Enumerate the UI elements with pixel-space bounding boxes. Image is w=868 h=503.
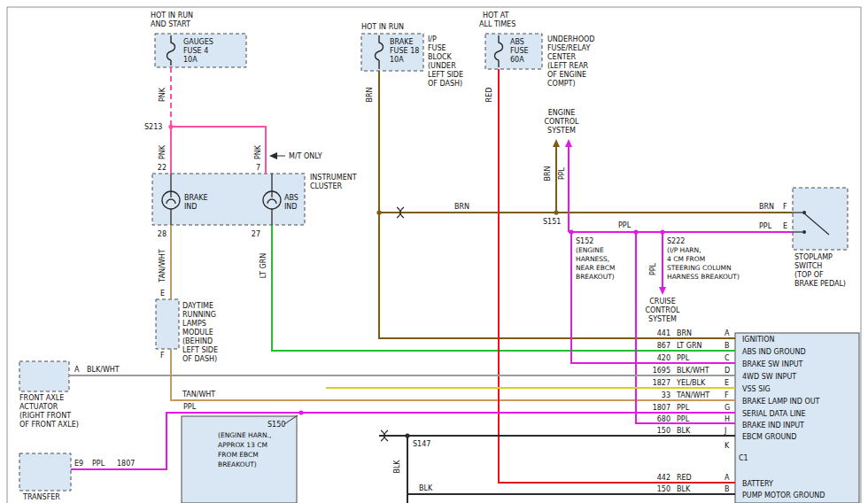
splice-note: (ENGINE HARN., — [218, 431, 271, 439]
terminal-letter: K — [725, 442, 730, 450]
wire-color-label: RED — [677, 474, 692, 482]
terminal-letter: F — [725, 391, 729, 399]
wire-color-label: BLK — [677, 485, 691, 493]
circuit-number: 441 — [657, 329, 670, 337]
splice-note: BREAKOUT) — [218, 460, 257, 468]
fuse-label: FUSE — [510, 47, 529, 55]
arrow-brn-engine-control — [553, 139, 560, 147]
splice-s151 — [554, 210, 558, 214]
splice-s147 — [405, 433, 409, 437]
component-label: (UNDER — [428, 62, 456, 70]
splice-note: NEAR EBCM — [576, 264, 616, 272]
terminal-letter: D — [725, 367, 730, 375]
component-label: STOPLAMP — [794, 253, 833, 261]
component-label: SWITCH — [794, 262, 822, 270]
power-label: ALL TIMES — [479, 20, 515, 28]
splice-note: APPROX 13 CM — [218, 441, 267, 449]
ebcm-module-box — [735, 333, 859, 503]
fuse-label: GAUGES — [183, 38, 213, 46]
indicator-label: IND — [284, 203, 298, 211]
circuit-number: 867 — [657, 342, 670, 350]
wire-color-label: BRN — [677, 329, 692, 337]
junction-ppl-680 — [633, 229, 638, 234]
module-pin-function: BATTERY — [742, 480, 773, 488]
splice-note: (I/P HARN, — [667, 246, 701, 254]
circuit-number: 1827 — [653, 379, 670, 387]
wire-color-label: YEL/BLK — [676, 379, 706, 387]
splice-label: S152 — [576, 237, 593, 245]
system-label: ENGINE — [548, 109, 576, 117]
splice-note: FROM EBCM — [218, 451, 259, 459]
wire-color-label: TAN/WHT — [676, 391, 709, 399]
wire-color-label: TAN/WHT — [182, 391, 215, 399]
wire-pnk-pin7 — [171, 127, 266, 174]
system-label: SYSTEM — [648, 315, 677, 323]
wire-color-label: PPL — [649, 262, 657, 275]
pin-number: 22 — [158, 164, 167, 172]
module-pin-function: BRAKE IND INPUT — [742, 422, 804, 429]
wire-color-label: RED — [485, 88, 493, 103]
terminal-letter: J — [724, 427, 726, 435]
wire-color-label: PPL — [759, 222, 772, 230]
component-label: (LEFT REAR — [547, 62, 589, 70]
component-label: CENTER — [547, 53, 577, 61]
junction-brn — [376, 210, 381, 214]
arrow-ppl-engine-control — [565, 139, 572, 147]
component-label: OF DASH) — [428, 80, 462, 88]
indicator-label: ABS — [284, 194, 298, 202]
pin-number: 28 — [158, 230, 167, 238]
splice-note: HARNESS, — [576, 255, 609, 263]
component-label: LAMPS — [182, 320, 206, 328]
splice-label: S222 — [667, 237, 685, 245]
circuit-number: 1807 — [653, 404, 670, 412]
circuit-number: 680 — [657, 415, 670, 423]
system-label: SYSTEM — [547, 127, 576, 135]
fuse-label: 10A — [183, 56, 198, 64]
fuse-label: 10A — [390, 56, 404, 64]
wire-color-label: BRN — [759, 203, 774, 211]
stoplamp-switch-box — [793, 188, 848, 250]
wire-color-label: TAN/WHT — [159, 249, 167, 282]
splice-note: BREAKOUT) — [576, 273, 615, 281]
component-label: FUSE — [428, 44, 446, 52]
wire-color-label: PNK — [159, 87, 167, 102]
system-label: CONTROL — [645, 306, 680, 314]
module-pin-function: ABS IND GROUND — [742, 348, 806, 356]
terminal-letter: B — [725, 485, 730, 493]
circuit-number: 150 — [657, 485, 670, 493]
component-label: CLUSTER — [310, 182, 343, 190]
wire-color-label: BLK — [419, 484, 433, 492]
wire-color-label: BRN — [544, 166, 552, 181]
module-pin-function: VSS SIG — [742, 385, 771, 393]
module-pin-function: BRAKE LAMP IND OUT — [742, 398, 820, 406]
s150-note-box — [182, 416, 297, 503]
wire-color-label: LT GRN — [677, 342, 702, 350]
fuse-label: BRAKE — [390, 38, 414, 46]
wire-color-label: PPL — [558, 166, 566, 180]
splice-s213 — [168, 124, 173, 128]
arrow-mt-only — [269, 152, 277, 159]
wire-color-label: PNK — [159, 144, 167, 159]
component-label: ACTUATOR — [19, 403, 58, 411]
component-label: BRAKE PEDAL) — [794, 280, 846, 288]
splice-s150 — [298, 410, 303, 414]
wire-color-label: BLK — [393, 460, 401, 474]
terminal-letter: C — [725, 354, 730, 362]
terminal-letter: E — [725, 379, 729, 387]
splice-note: STEERING COLUMN — [667, 264, 732, 272]
pin-number: 27 — [252, 230, 260, 238]
transfer-box — [19, 453, 71, 491]
fuse-label: 60A — [510, 56, 524, 64]
indicator-label: BRAKE — [184, 194, 208, 202]
terminal-letter: H — [725, 415, 730, 423]
component-label: DAYTIME — [182, 302, 213, 310]
splice-label: S151 — [543, 218, 561, 226]
switch-terminal-e — [802, 230, 806, 234]
component-label: TRANSFER — [22, 493, 60, 501]
component-label: INSTRUMENT — [310, 174, 357, 182]
module-pin-function: 4WD SW INPUT — [742, 373, 796, 381]
fuse-label: FUSE 18 — [390, 47, 419, 55]
power-label: HOT AT — [483, 12, 509, 19]
splice-label: S147 — [413, 440, 430, 448]
terminal-letter: A — [74, 366, 80, 374]
